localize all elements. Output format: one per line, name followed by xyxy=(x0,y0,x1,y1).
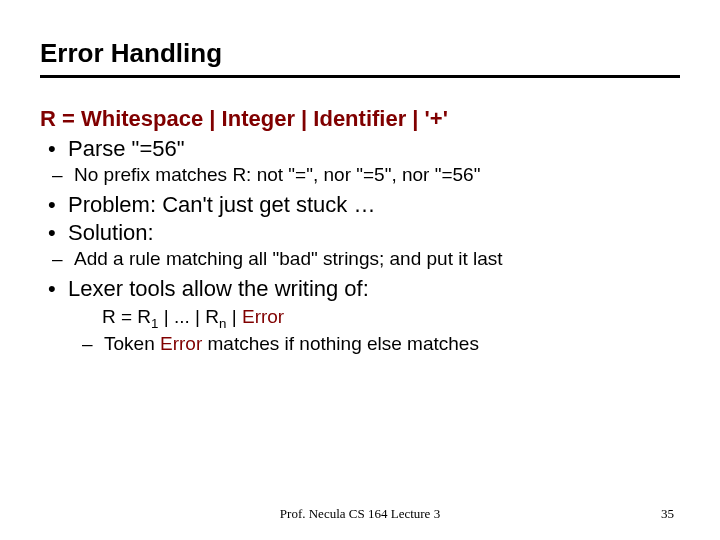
formula-bar: | xyxy=(226,306,242,327)
formula-sub1: 1 xyxy=(151,316,158,331)
grammar-rule: R = Whitespace | Integer | Identifier | … xyxy=(40,106,680,132)
bullet-solution: Solution: xyxy=(68,220,680,246)
error-formula: R = R1 | ... | Rn | Error xyxy=(102,306,680,331)
page-number: 35 xyxy=(661,506,674,522)
bullet-list: Parse "=56" xyxy=(40,136,680,162)
slide-title: Error Handling xyxy=(40,38,680,69)
sub-no-prefix: No prefix matches R: not "=", nor "=5", … xyxy=(74,164,680,186)
s3-pre: Token xyxy=(104,333,160,354)
formula-pre: R = R xyxy=(102,306,151,327)
sub-token-error: Token Error matches if nothing else matc… xyxy=(104,333,680,355)
bullet-lexer-tools: Lexer tools allow the writing of: xyxy=(68,276,680,302)
title-rule xyxy=(40,75,680,78)
footer-credit: Prof. Necula CS 164 Lecture 3 xyxy=(0,506,720,522)
sub-list-2: Add a rule matching all "bad" strings; a… xyxy=(40,248,680,270)
bullet-list-2: Problem: Can't just get stuck … Solution… xyxy=(40,192,680,246)
sub-list-3: Token Error matches if nothing else matc… xyxy=(70,333,680,355)
slide: Error Handling R = Whitespace | Integer … xyxy=(0,0,720,540)
sub-add-rule: Add a rule matching all "bad" strings; a… xyxy=(74,248,680,270)
s3-post: matches if nothing else matches xyxy=(202,333,479,354)
formula-error-word: Error xyxy=(242,306,284,327)
bullet-problem: Problem: Can't just get stuck … xyxy=(68,192,680,218)
sub-list-1: No prefix matches R: not "=", nor "=5", … xyxy=(40,164,680,186)
bullet-parse: Parse "=56" xyxy=(68,136,680,162)
formula-mid: | ... | R xyxy=(159,306,220,327)
bullet-list-3: Lexer tools allow the writing of: xyxy=(40,276,680,302)
s3-error-word: Error xyxy=(160,333,202,354)
